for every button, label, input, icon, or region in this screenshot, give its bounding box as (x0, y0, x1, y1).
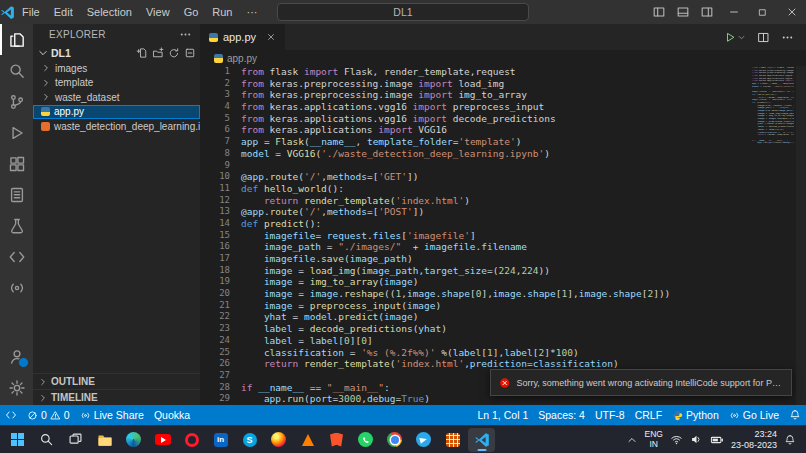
intellicode-error-toast[interactable]: Sorry, something went wrong activating I… (490, 369, 792, 396)
eol-setting[interactable]: CRLF (630, 405, 667, 425)
workspace-row[interactable]: DL1 (33, 44, 200, 61)
collapse-folders-icon[interactable] (184, 47, 196, 59)
tree-item-waste-detection-deep-learning-ipynb[interactable]: waste_detection_deep_learning.ipynb (33, 119, 200, 134)
new-folder-icon[interactable] (152, 47, 164, 59)
minimap[interactable]: from flask import Flask, render_template… (752, 67, 794, 145)
cursor-position[interactable]: Ln 1, Col 1 (472, 405, 533, 425)
taskbar-opera-button[interactable] (178, 428, 205, 452)
code-line[interactable]: 18 image = load_img(image_path,target_si… (200, 265, 806, 277)
code-line[interactable]: 19 image = img_to_array(image) (200, 276, 806, 288)
taskbar-vlc-button[interactable] (294, 428, 321, 452)
volume-icon[interactable] (690, 433, 703, 446)
code-line[interactable]: 21 image = preprocess_input(image) (200, 300, 806, 312)
taskbar-youtube-button[interactable] (149, 428, 176, 452)
problems-indicator[interactable]: 0 0 (22, 405, 75, 425)
activity-remote-explorer[interactable] (0, 241, 33, 272)
close-window-button[interactable] (777, 0, 806, 24)
command-center-search[interactable]: DL1 (277, 3, 529, 21)
battery-icon[interactable] (710, 433, 724, 447)
minimize-button[interactable] (719, 0, 748, 24)
wifi-icon[interactable] (670, 433, 683, 446)
code-line[interactable]: 16 image_path = "./images/" + imagefile.… (200, 241, 806, 253)
code-line[interactable]: 17 imagefile.save(image_path) (200, 253, 806, 265)
taskbar-edge-button[interactable] (120, 428, 147, 452)
activity-live-share[interactable] (0, 272, 33, 303)
code-line[interactable]: 10@app.route('/',methods=['GET']) (200, 171, 806, 183)
outline-section[interactable]: OUTLINE (33, 373, 200, 389)
code-line[interactable]: 4from keras.applications.vgg16 import pr… (200, 101, 806, 113)
code-line[interactable]: 13@app.route('/',methods=['POST']) (200, 206, 806, 218)
remote-indicator[interactable] (0, 405, 22, 425)
toggle-secondary-sidebar-icon[interactable] (695, 0, 719, 24)
activity-search[interactable] (0, 55, 33, 86)
timeline-section[interactable]: TIMELINE (33, 389, 200, 405)
code-line[interactable]: 1from flask import Flask, render_templat… (200, 66, 806, 78)
taskbar-skype-button[interactable]: S (236, 428, 263, 452)
activity-run-debug[interactable] (0, 117, 33, 148)
run-python-file-button[interactable] (723, 31, 746, 44)
menu-file[interactable]: File (15, 6, 47, 18)
taskbar-task-view-button[interactable] (62, 428, 89, 452)
taskbar-firefox-button[interactable] (265, 428, 292, 452)
editor-more-actions-icon[interactable] (781, 31, 794, 44)
quokka-button[interactable]: Quokka (149, 405, 195, 425)
activity-account[interactable] (0, 341, 33, 372)
indentation-setting[interactable]: Spaces: 4 (533, 405, 590, 425)
tree-item-template[interactable]: template (33, 76, 200, 91)
code-line[interactable]: 7app = Flask(__name__, template_folder='… (200, 136, 806, 148)
code-line[interactable]: 23 label = decode_predictions(yhat) (200, 323, 806, 335)
taskbar-grid-button[interactable] (439, 428, 466, 452)
language-switcher[interactable]: ENGIN (645, 430, 663, 449)
taskbar-telegram-button[interactable] (410, 428, 437, 452)
code-line[interactable]: 9 (200, 160, 806, 172)
notification-center-icon[interactable] (784, 434, 796, 446)
new-file-icon[interactable] (136, 47, 148, 59)
code-line[interactable]: 22 yhat = model.predict(image) (200, 311, 806, 323)
menu-selection[interactable]: Selection (80, 6, 139, 18)
tree-item-images[interactable]: images (33, 61, 200, 76)
menu-more[interactable]: ··· (240, 6, 265, 18)
activity-explorer[interactable] (0, 24, 33, 55)
menu-run[interactable]: Run (205, 6, 239, 18)
menu-view[interactable]: View (139, 6, 177, 18)
code-line[interactable]: 14def predict(): (200, 218, 806, 230)
code-editor[interactable]: 1from flask import Flask, render_templat… (200, 66, 806, 405)
close-tab-icon[interactable] (266, 32, 276, 42)
taskbar-search-button[interactable] (33, 428, 60, 452)
editor-scrollbar[interactable] (796, 66, 806, 405)
activity-testing[interactable] (0, 210, 33, 241)
encoding-setting[interactable]: UTF-8 (590, 405, 630, 425)
code-line[interactable]: 25 classification = '%s (%.2f%%)' %(labe… (200, 347, 806, 359)
go-live-button[interactable]: Go Live (724, 405, 784, 425)
toggle-sidebar-icon[interactable] (647, 0, 671, 24)
tree-item-waste-dataset[interactable]: waste_dataset (33, 90, 200, 105)
taskbar-vscode-button[interactable] (468, 428, 495, 452)
code-line[interactable]: 12 return render_template('index.html') (200, 195, 806, 207)
language-mode[interactable]: Python (667, 405, 724, 425)
clock[interactable]: 23:2423-08-2023 (731, 429, 777, 451)
activity-settings[interactable] (0, 372, 33, 403)
code-line[interactable]: 2from keras.preprocessing.image import l… (200, 78, 806, 90)
notifications-bell[interactable] (784, 405, 806, 425)
taskbar-linkedin-button[interactable]: in (207, 428, 234, 452)
code-line[interactable]: 5from keras.applications.vgg16 import de… (200, 113, 806, 125)
activity-extensions[interactable] (0, 148, 33, 179)
taskbar-file-explorer-button[interactable] (91, 428, 118, 452)
activity-jupyter[interactable] (0, 179, 33, 210)
maximize-button[interactable] (748, 0, 777, 24)
taskbar-whatsapp-button[interactable] (352, 428, 379, 452)
code-line[interactable]: 24 label = label[0][0] (200, 335, 806, 347)
explorer-more-actions-icon[interactable] (179, 28, 192, 41)
code-line[interactable]: 20 image = image.reshape((1,image.shape[… (200, 288, 806, 300)
split-editor-icon[interactable] (757, 31, 770, 44)
taskbar-chrome-button[interactable] (381, 428, 408, 452)
tab-app-py[interactable]: app.py (200, 24, 285, 50)
breadcrumb[interactable]: app.py (200, 50, 806, 66)
code-line[interactable]: 8model = VGG16('./waste_detection_deep_l… (200, 148, 806, 160)
code-line[interactable]: 11def hello_world(): (200, 183, 806, 195)
menu-go[interactable]: Go (177, 6, 206, 18)
refresh-explorer-icon[interactable] (168, 47, 180, 59)
code-line[interactable]: 15 imagefile= request.files['imagefile'] (200, 230, 806, 242)
code-line[interactable]: 6from keras.applications import VGG16 (200, 124, 806, 136)
taskbar-start-button[interactable] (4, 428, 31, 452)
